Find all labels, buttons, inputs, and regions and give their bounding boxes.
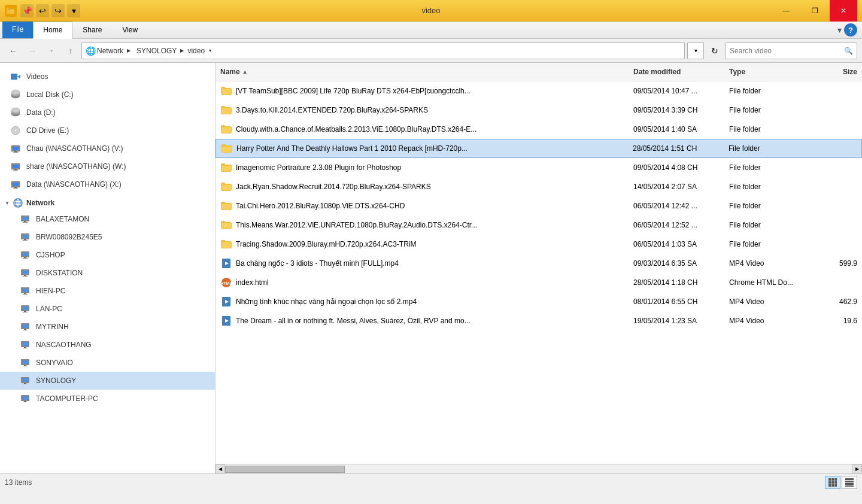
sidebar-item-videos[interactable]: Videos — [0, 68, 215, 86]
h-scrollbar: ◀ ▶ — [216, 464, 862, 473]
sidebar-item-data-d[interactable]: Data (D:) — [0, 104, 215, 122]
svg-rect-22 — [13, 183, 19, 186]
nascaothang-icon — [19, 339, 31, 351]
table-row[interactable]: Harry Potter And The Deathly Hallows Par… — [216, 139, 862, 158]
col-header-date[interactable]: Date modified — [629, 65, 724, 78]
file-name: Jack.Ryan.Shadow.Recruit.2014.720p.BluRa… — [236, 183, 431, 191]
file-icon-mp4 — [220, 257, 232, 269]
sidebar-item-local-c[interactable]: Local Disk (C:) — [0, 86, 215, 104]
col-header-name[interactable]: Name ▲ — [216, 65, 629, 78]
h-scroll-left[interactable]: ◀ — [216, 464, 225, 474]
address-dropdown-button[interactable]: ▾ — [687, 42, 704, 59]
file-header: Name ▲ Date modified Type Size — [216, 63, 862, 81]
sidebar-item-mytrinh[interactable]: MYTRINH — [0, 318, 215, 336]
ribbon-help-icon[interactable]: ? — [844, 23, 857, 37]
file-row-type: File folder — [724, 238, 814, 251]
sidebar-item-brw-label: BRW008092B245E5 — [36, 233, 208, 241]
breadcrumb-arrow-3[interactable]: ▾ — [206, 45, 214, 57]
table-row[interactable]: Imagenomic Portraiture 2.3.08 Plugin for… — [216, 158, 862, 177]
file-row-date: 28/05/2014 1:18 CH — [629, 276, 724, 289]
close-button[interactable]: ✕ — [830, 0, 857, 22]
restore-button[interactable]: ❐ — [801, 0, 828, 22]
table-row[interactable]: The Dream - all in or nothing ft. Messi,… — [216, 311, 862, 330]
col-header-size[interactable]: Size — [814, 65, 862, 78]
search-input[interactable] — [730, 47, 842, 55]
dropdown-icon[interactable]: ▾ — [67, 4, 80, 17]
sidebar-item-chau-v[interactable]: Chau (\\NASCAOTHANG) (V:) — [0, 139, 215, 157]
sidebar-item-share-w-label: share (\\NASCAOTHANG) (W:) — [26, 162, 208, 171]
view-details-button[interactable] — [825, 476, 840, 489]
breadcrumb-network[interactable]: 🌐 Network ▶ — [86, 45, 133, 57]
table-row[interactable]: Jack.Ryan.Shadow.Recruit.2014.720p.BluRa… — [216, 177, 862, 196]
file-row-date: 09/05/2014 4:08 CH — [629, 161, 724, 174]
back-button[interactable]: ← — [5, 42, 22, 59]
tab-share[interactable]: Share — [72, 22, 112, 38]
sidebar-item-share-w[interactable]: share (\\NASCAOTHANG) (W:) — [0, 157, 215, 175]
tab-file[interactable]: File — [2, 22, 33, 38]
breadcrumb-video[interactable]: video ▾ — [187, 45, 214, 57]
sidebar-network-header[interactable]: ▼ Network — [0, 193, 215, 210]
file-row-name: Jack.Ryan.Shadow.Recruit.2014.720p.BluRa… — [216, 178, 629, 195]
sidebar-item-synology[interactable]: SYNOLOGY — [0, 372, 215, 390]
h-scroll-thumb[interactable] — [225, 466, 345, 473]
svg-rect-55 — [22, 324, 28, 328]
sidebar-item-local-c-label: Local Disk (C:) — [26, 90, 208, 99]
sidebar-item-nascaothang[interactable]: NASCAOTHANG — [0, 336, 215, 354]
file-row-type: File folder — [724, 180, 814, 193]
sidebar-item-hien-pc[interactable]: HIEN-PC — [0, 282, 215, 300]
file-row-size — [814, 280, 862, 285]
pin-icon[interactable]: 📌 — [20, 4, 34, 17]
table-row[interactable]: Tracing.Shadow.2009.Bluray.mHD.720p.x264… — [216, 235, 862, 254]
dropdown-nav-button[interactable]: ▾ — [43, 42, 60, 59]
file-list: [VT TeamSub][BBC 2009] Life 720p BluRay … — [216, 81, 862, 464]
file-icon-folder — [220, 219, 232, 231]
tab-view[interactable]: View — [112, 22, 148, 38]
sidebar-item-lan-pc[interactable]: LAN-PC — [0, 300, 215, 318]
sidebar-item-cjshop[interactable]: CJSHOP — [0, 246, 215, 264]
table-row[interactable]: [VT TeamSub][BBC 2009] Life 720p BluRay … — [216, 81, 862, 101]
file-row-type: File folder — [724, 142, 814, 155]
col-header-type[interactable]: Type — [724, 65, 814, 78]
sidebar-item-balaxetamon[interactable]: BALAXETAMON — [0, 210, 215, 228]
sidebar-item-sonyvaio[interactable]: SONYVAIO — [0, 354, 215, 372]
breadcrumb-arrow-2[interactable]: ▶ — [178, 45, 186, 57]
sidebar-item-diskstation[interactable]: DISKSTATION — [0, 264, 215, 282]
sidebar-item-data-x-label: Data (\\NASCAOTHANG) (X:) — [26, 180, 208, 189]
address-breadcrumb[interactable]: 🌐 Network ▶ SYNOLOGY ▶ video ▾ — [81, 42, 685, 59]
breadcrumb-synology[interactable]: SYNOLOGY ▶ — [136, 45, 186, 57]
search-icon[interactable]: 🔍 — [844, 47, 853, 55]
sidebar-item-data-x[interactable]: Data (\\NASCAOTHANG) (X:) — [0, 175, 215, 193]
sidebar-item-cd-e[interactable]: CD Drive (E:) — [0, 122, 215, 139]
col-size-label: Size — [843, 68, 857, 76]
file-row-date: 09/03/2014 6:35 SA — [629, 257, 724, 270]
file-row-date: 19/05/2014 1:23 SA — [629, 314, 724, 327]
ribbon-help-chevron[interactable]: ▾ — [837, 25, 842, 35]
forward-button[interactable]: → — [24, 42, 41, 59]
table-row[interactable]: Tai.Chi.Hero.2012.BluRay.1080p.ViE.DTS.x… — [216, 196, 862, 215]
file-row-name: Cloudy.with.a.Chance.of.Meatballs.2.2013… — [216, 121, 629, 138]
file-name: Tai.Chi.Hero.2012.BluRay.1080p.ViE.DTS.x… — [236, 202, 405, 210]
file-row-name: Ba chàng ngốc - 3 idiots - Thuyết minh [… — [216, 255, 629, 272]
cjshop-icon — [19, 249, 31, 261]
col-date-label: Date modified — [633, 68, 681, 76]
table-row[interactable]: HTML index.html 28/05/2014 1:18 CH Chrom… — [216, 273, 862, 292]
table-row[interactable]: Ba chàng ngốc - 3 idiots - Thuyết minh [… — [216, 254, 862, 273]
table-row[interactable]: Cloudy.with.a.Chance.of.Meatballs.2.2013… — [216, 120, 862, 139]
breadcrumb-arrow-1[interactable]: ▶ — [125, 45, 133, 57]
table-row[interactable]: This.Means.War.2012.ViE.UNRATED.1080p.Bl… — [216, 215, 862, 235]
undo-icon[interactable]: ↩ — [36, 4, 49, 17]
table-row[interactable]: Những tình khúc nhạc vàng hải ngoại chọn… — [216, 292, 862, 311]
table-row[interactable]: 3.Days.to.Kill.2014.EXTENDED.720p.BluRay… — [216, 101, 862, 120]
h-scroll-right[interactable]: ▶ — [852, 464, 862, 474]
redo-icon[interactable]: ↪ — [51, 4, 65, 17]
sidebar-item-tacomputer[interactable]: TACOMPUTER-PC — [0, 390, 215, 408]
minimize-button[interactable]: — — [772, 0, 800, 22]
sidebar-item-brw[interactable]: BRW008092B245E5 — [0, 228, 215, 246]
view-list-button[interactable] — [842, 476, 857, 489]
tab-home[interactable]: Home — [33, 22, 72, 39]
file-row-size — [814, 108, 862, 113]
sidebar-item-balaxetamon-label: BALAXETAMON — [36, 215, 208, 223]
refresh-button[interactable]: ↻ — [706, 42, 723, 59]
up-button[interactable]: ↑ — [62, 42, 79, 59]
breadcrumb-network-label: Network — [97, 47, 123, 55]
